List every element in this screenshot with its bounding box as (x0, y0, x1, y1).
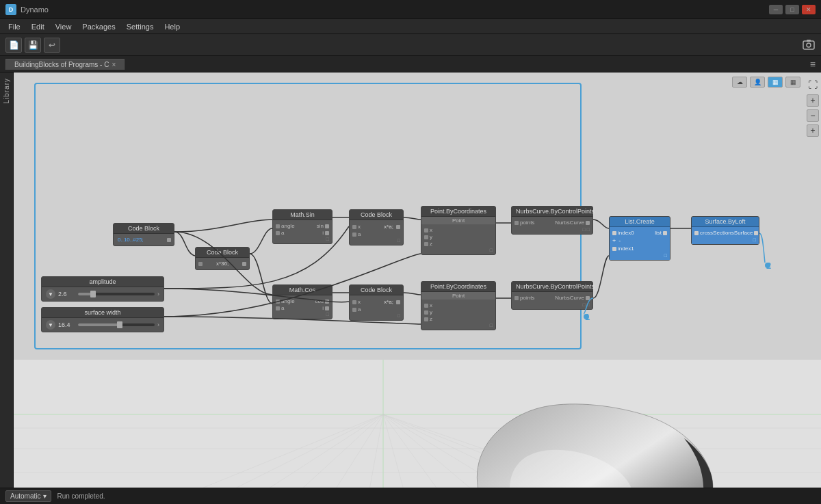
node-code-block-3[interactable]: Code Block x x*a; a □ (349, 209, 404, 246)
cos-out-port[interactable] (325, 300, 329, 304)
sin-i-port[interactable] (325, 231, 329, 235)
zoom-fit-button[interactable]: + (807, 124, 819, 137)
run-mode-dropdown[interactable]: Automatic ▾ (5, 490, 51, 502)
titlebar: D Dynamo ─ □ ✕ (0, 0, 821, 19)
menu-settings[interactable]: Settings (121, 21, 159, 32)
nurbs1-in-port[interactable] (514, 221, 519, 225)
sin-out-port[interactable] (325, 224, 329, 228)
menu-edit[interactable]: Edit (26, 21, 50, 32)
menu-view[interactable]: View (50, 21, 77, 32)
list-out-port[interactable] (663, 231, 667, 235)
node-nurbs-1[interactable]: NurbsCurve.ByControlPoints points NurbsC… (511, 206, 593, 235)
code-block-1-value: 0..10..#25; (116, 236, 145, 243)
svg-line-13 (151, 414, 383, 488)
pt1-x-port[interactable] (424, 228, 428, 233)
node-list-create[interactable]: List.Create index0 list + - index1 □ (609, 216, 670, 261)
connection-dot-2 (765, 263, 770, 268)
code-block-2-out-port[interactable] (242, 262, 246, 266)
list-view-button[interactable]: ▦ (785, 77, 800, 88)
slider-surface-width-title: surface width (42, 308, 164, 318)
run-mode-label: Automatic (10, 492, 40, 500)
node-math-cos[interactable]: Math.Cos angle cos a i □ (272, 284, 333, 319)
code-block-1-out-port[interactable] (167, 238, 171, 242)
close-button[interactable]: ✕ (802, 5, 816, 14)
list-index1-port[interactable] (612, 247, 616, 251)
maximize-button[interactable]: □ (785, 5, 799, 14)
sin-angle-port[interactable] (276, 224, 280, 228)
library-sidebar[interactable]: Library (0, 72, 14, 488)
cb4-a-port[interactable] (352, 308, 356, 312)
save-button[interactable]: 💾 (25, 38, 41, 53)
node-code-block-1[interactable]: Code Block 0..10..#25; (113, 223, 174, 246)
zoom-in-button[interactable]: + (807, 94, 819, 107)
node-code-block-4[interactable]: Code Block x x*a; a □ (349, 284, 404, 321)
slider-width-arrow[interactable]: ▼ (46, 320, 55, 330)
nurbs2-in-port[interactable] (514, 296, 519, 300)
cb3-a-port[interactable] (352, 233, 356, 237)
sin-a-port[interactable] (276, 231, 280, 235)
loft-out-port[interactable] (754, 231, 758, 235)
cos-a-port[interactable] (276, 306, 280, 310)
cb4-x-port[interactable] (352, 300, 356, 304)
node-code-block-2[interactable]: Code Block x*36; (195, 247, 250, 270)
grid-view-button[interactable]: ▦ (768, 77, 783, 88)
slider-amplitude-track[interactable] (78, 293, 155, 295)
new-file-button[interactable]: 📄 (5, 38, 22, 53)
nodegraph[interactable]: Code Block 0..10..#25; Code Block x*36; (14, 72, 821, 360)
node-title-nurbs-1: NurbsCurve.ByControlPoints (512, 207, 592, 217)
surface-byloft-title: Surface.ByLoft (692, 217, 759, 227)
code-block-2-expr: x*36; (215, 260, 230, 267)
viewport-3d[interactable] (14, 360, 821, 488)
slider-amplitude-arrow[interactable]: ▼ (46, 289, 55, 299)
node-point-2[interactable]: Point.ByCoordinates Point x y z □ (421, 281, 496, 330)
slider-width-track[interactable] (78, 323, 155, 326)
svg-line-14 (219, 414, 383, 488)
slider-width-handle[interactable] (117, 321, 122, 328)
cb3-out-port[interactable] (396, 225, 400, 229)
code-block-2-x-port[interactable] (198, 262, 203, 266)
active-tab[interactable]: BuildingBlocks of Programs - C × (5, 59, 125, 70)
pt1-y-port[interactable] (424, 235, 428, 239)
cb3-x-port[interactable] (352, 225, 356, 229)
connection-dot-1 (584, 314, 589, 319)
slider-width-gt: › (157, 321, 159, 328)
slider-amplitude-gt: › (157, 291, 159, 297)
cos-angle-port[interactable] (276, 300, 280, 304)
cos-i-port[interactable] (325, 306, 329, 310)
menu-help[interactable]: Help (159, 21, 185, 32)
pt2-z-port[interactable] (424, 317, 428, 321)
loft-cross-port[interactable] (694, 231, 699, 235)
toolbar: 📄 💾 ↩ (0, 34, 821, 56)
list-index0-port[interactable] (612, 231, 616, 235)
slider-surface-width[interactable]: surface width ▼ 16.4 › (41, 307, 164, 332)
node-math-sin[interactable]: Math.Sin angle sin a i □ (272, 209, 333, 244)
undo-button[interactable]: ↩ (44, 38, 60, 53)
tab-close-button[interactable]: × (112, 61, 116, 68)
node-point-1[interactable]: Point.ByCoordinates Point x y z □ (421, 206, 496, 255)
nurbs1-out-port[interactable] (586, 221, 590, 225)
slider-width-fill (78, 323, 120, 326)
node-nurbs-2[interactable]: NurbsCurve.ByControlPoints points NurbsC… (511, 281, 593, 310)
menu-file[interactable]: File (3, 21, 26, 32)
pt2-x-port[interactable] (424, 304, 428, 308)
minimize-button[interactable]: ─ (769, 5, 783, 14)
cloud-button[interactable]: ☁ (732, 77, 747, 88)
user-button[interactable]: 👤 (750, 77, 765, 88)
cb4-out-port[interactable] (396, 300, 400, 304)
pt2-y-port[interactable] (424, 310, 428, 315)
canvas[interactable]: ☁ 👤 ▦ ▦ ⛶ + − + Code Block 0..10..#25; (14, 72, 821, 488)
pt1-z-port[interactable] (424, 242, 428, 246)
node-surface-byloft[interactable]: Surface.ByLoft crossSections Surface □ (691, 216, 759, 245)
slider-amplitude[interactable]: amplitude ▼ 2.6 › (41, 276, 164, 302)
menu-packages[interactable]: Packages (77, 21, 120, 32)
menu-icon[interactable]: ≡ (810, 59, 816, 70)
camera-icon (802, 38, 816, 53)
nurbs2-out-port[interactable] (586, 296, 590, 300)
svg-rect-2 (807, 40, 811, 42)
node-title-code-block-4: Code Block (350, 285, 403, 295)
slider-amplitude-handle[interactable] (90, 291, 96, 297)
node-title-point-2: Point.ByCoordinates (421, 282, 495, 292)
fullscreen-icon[interactable]: ⛶ (806, 78, 820, 92)
right-toolbar: ⛶ + − + (805, 72, 821, 137)
zoom-out-button[interactable]: − (807, 109, 819, 122)
